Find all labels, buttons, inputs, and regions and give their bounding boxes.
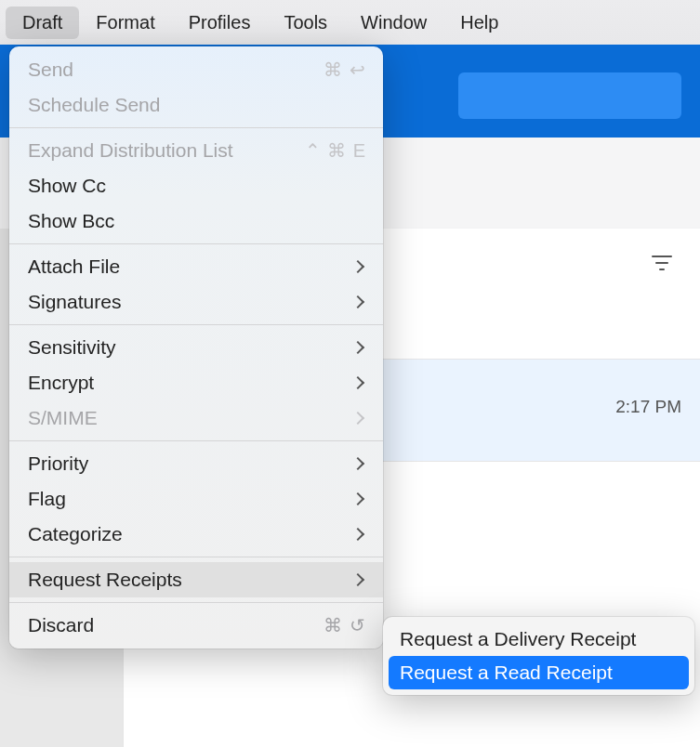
chevron-right-icon bbox=[351, 573, 364, 586]
menubar: Draft Format Profiles Tools Window Help bbox=[0, 0, 700, 45]
shortcut-text: ⌘ ↩ bbox=[324, 59, 366, 81]
shortcut-text: ⌘ ↺ bbox=[324, 614, 366, 636]
menu-item-discard[interactable]: Discard ⌘ ↺ bbox=[9, 608, 383, 643]
submenu-item-delivery-receipt[interactable]: Request a Delivery Receipt bbox=[389, 622, 689, 656]
chevron-right-icon bbox=[351, 412, 364, 425]
menubar-item-draft[interactable]: Draft bbox=[6, 7, 79, 39]
filter-icon bbox=[652, 255, 672, 271]
menu-separator bbox=[9, 440, 383, 441]
menu-item-expand-distribution: Expand Distribution List ⌃ ⌘ E bbox=[9, 133, 383, 168]
menu-item-schedule-send: Schedule Send bbox=[9, 87, 383, 123]
ribbon-button[interactable] bbox=[458, 72, 681, 119]
menu-item-flag[interactable]: Flag bbox=[9, 481, 383, 517]
menu-separator bbox=[9, 324, 383, 325]
submenu-item-read-receipt[interactable]: Request a Read Receipt bbox=[389, 656, 689, 689]
chevron-right-icon bbox=[351, 528, 364, 541]
menu-item-show-cc[interactable]: Show Cc bbox=[9, 168, 383, 203]
menubar-item-profiles[interactable]: Profiles bbox=[172, 7, 268, 39]
menu-item-show-bcc[interactable]: Show Bcc bbox=[9, 203, 383, 239]
chevron-right-icon bbox=[351, 295, 364, 308]
chevron-right-icon bbox=[351, 341, 364, 354]
menu-item-sensitivity[interactable]: Sensitivity bbox=[9, 330, 383, 365]
chevron-right-icon bbox=[351, 376, 364, 389]
email-time: 2:17 PM bbox=[615, 397, 681, 421]
menu-item-attach-file[interactable]: Attach File bbox=[9, 249, 383, 284]
shortcut-text: ⌃ ⌘ E bbox=[305, 139, 366, 162]
menu-separator bbox=[9, 243, 383, 244]
menu-item-smime: S/MIME bbox=[9, 400, 383, 436]
menu-item-request-receipts[interactable]: Request Receipts bbox=[9, 562, 383, 597]
chevron-right-icon bbox=[351, 457, 364, 470]
menu-item-categorize[interactable]: Categorize bbox=[9, 517, 383, 552]
menubar-item-help[interactable]: Help bbox=[443, 7, 515, 39]
menu-separator bbox=[9, 127, 383, 128]
menubar-item-format[interactable]: Format bbox=[79, 7, 171, 39]
filter-button[interactable] bbox=[652, 255, 672, 271]
draft-dropdown-menu: Send ⌘ ↩ Schedule Send Expand Distributi… bbox=[9, 46, 383, 649]
menubar-item-window[interactable]: Window bbox=[344, 7, 443, 39]
chevron-right-icon bbox=[351, 492, 364, 505]
menubar-item-tools[interactable]: Tools bbox=[267, 7, 344, 39]
menu-separator bbox=[9, 602, 383, 603]
menu-item-send: Send ⌘ ↩ bbox=[9, 52, 383, 87]
chevron-right-icon bbox=[351, 260, 364, 273]
menu-separator bbox=[9, 557, 383, 557]
menu-item-priority[interactable]: Priority bbox=[9, 446, 383, 481]
menu-item-encrypt[interactable]: Encrypt bbox=[9, 365, 383, 400]
menu-item-signatures[interactable]: Signatures bbox=[9, 284, 383, 320]
request-receipts-submenu: Request a Delivery Receipt Request a Rea… bbox=[383, 617, 694, 695]
